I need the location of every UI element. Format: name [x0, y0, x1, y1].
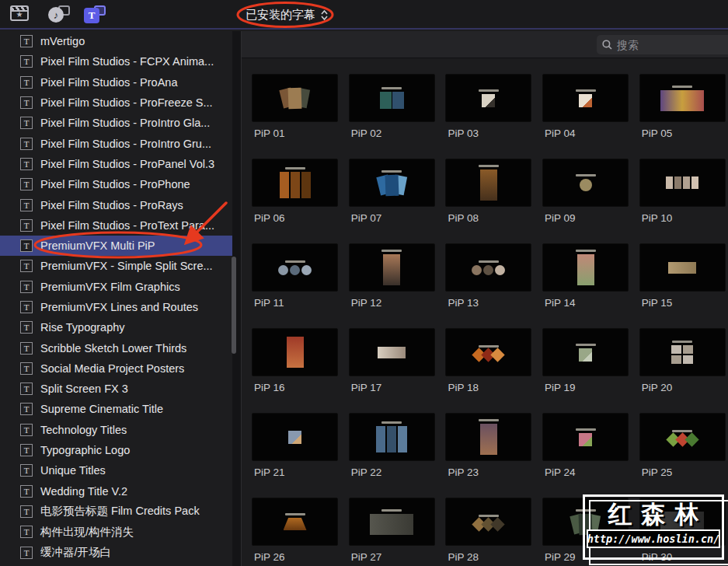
pip-label: PiP 19 — [542, 382, 629, 393]
sidebar-item-label: mVertigo — [40, 35, 85, 47]
sidebar-item[interactable]: T Pixel Film Studios - ProRays — [0, 194, 232, 215]
pip-thumbnail[interactable] — [445, 159, 531, 207]
pip-label: PiP 15 — [639, 297, 726, 309]
sidebar-item[interactable]: T Unique Titles — [0, 460, 232, 480]
installed-titles-dropdown[interactable]: 已安装的字幕 — [246, 5, 328, 25]
pip-label: PiP 01 — [252, 128, 338, 139]
sidebar-item[interactable]: T PremiumVFX Lines and Routes — [0, 297, 232, 317]
title-pack-icon: T — [20, 158, 33, 170]
sidebar-item[interactable]: T Pixel Film Studios - ProFreeze S... — [0, 93, 232, 113]
pip-thumbnail[interactable] — [639, 159, 726, 207]
pip-thumbnail[interactable] — [252, 498, 338, 546]
sidebar-item[interactable]: T Pixel Film Studios - FCPX Anima... — [0, 51, 232, 72]
sidebar-item[interactable]: T Social Media Project Posters — [0, 358, 232, 379]
sidebar-scrollbar[interactable] — [232, 257, 236, 354]
pip-thumbnail[interactable] — [542, 328, 629, 376]
pip-thumbnail[interactable] — [349, 328, 435, 376]
title-pack-icon: T — [20, 55, 33, 68]
sidebar-item[interactable]: T Typographic Logo — [0, 440, 232, 460]
pip-thumbnail[interactable] — [542, 498, 629, 546]
sidebar-item[interactable]: T Pixel Film Studios - ProIntro Gru... — [0, 133, 232, 153]
effects-browser-icon[interactable]: ★ — [10, 5, 29, 23]
sidebar-item[interactable]: T Rise Typography — [0, 317, 232, 337]
sidebar-item[interactable]: T Pixel Film Studios - ProIntro Gla... — [0, 113, 232, 133]
pip-tile: PiP 12 — [349, 243, 435, 309]
sidebar-item[interactable]: T mVertigo — [0, 31, 232, 51]
search-input[interactable] — [617, 39, 718, 51]
chevron-up-down-icon — [321, 10, 328, 20]
sidebar-item[interactable]: T PremiumVFX Film Graphics — [0, 277, 232, 297]
pip-thumbnail[interactable] — [252, 74, 338, 122]
title-pack-icon: T — [20, 178, 33, 190]
pip-thumbnail[interactable] — [639, 74, 726, 122]
title-pack-icon: T — [20, 464, 33, 477]
sidebar-item[interactable]: T 电影预告标题 Film Credits Pack — [0, 501, 232, 522]
pip-label: PiP 14 — [542, 297, 629, 309]
sidebar-item[interactable]: T PremiumVFX Multi PiP — [0, 236, 232, 256]
sidebar-item[interactable]: T Scribble Sketch Lower Thirds — [0, 337, 232, 358]
titles-generators-browser-icon[interactable]: T — [84, 5, 106, 24]
sidebar-item[interactable]: T Technology Titles — [0, 420, 232, 440]
pip-thumbnail[interactable] — [542, 243, 629, 292]
pip-label: PiP 05 — [639, 128, 726, 139]
pip-thumbnail[interactable] — [639, 243, 726, 292]
title-pack-icon: T — [20, 199, 33, 211]
pip-thumbnail[interactable] — [252, 413, 338, 461]
pip-label: PiP 03 — [445, 128, 531, 139]
sidebar-item[interactable]: T Pixel Film Studios - ProPhone — [0, 174, 232, 194]
pip-thumbnail[interactable] — [445, 243, 531, 292]
pip-tile: PiP 13 — [445, 243, 531, 309]
pip-thumbnail[interactable] — [349, 498, 435, 546]
pip-tile: PiP 10 — [639, 159, 726, 224]
sidebar-item[interactable]: T 缓冲器/开场白 — [0, 542, 232, 562]
search-field[interactable] — [597, 35, 728, 54]
titles-browser-window: ★ ♪ T 已安装的字幕 T mVertigo T Pixel Film Stu… — [0, 0, 728, 566]
pip-thumbnail[interactable] — [252, 159, 338, 207]
pip-thumbnail[interactable] — [252, 243, 338, 292]
pip-thumbnail[interactable] — [349, 243, 435, 292]
sidebar-item[interactable]: T Wedding Title V.2 — [0, 481, 232, 501]
sidebar-item-label: PremiumVFX Multi PiP — [40, 239, 155, 252]
sidebar-item-label: Pixel Film Studios - ProAna — [40, 76, 177, 89]
pip-thumbnail[interactable] — [639, 328, 726, 376]
music-note-icon: ♪ — [48, 7, 64, 23]
sidebar-item-label: Social Media Project Posters — [40, 362, 184, 375]
title-pack-icon: T — [20, 138, 33, 150]
title-pack-icon: T — [20, 526, 33, 538]
title-pack-icon: T — [20, 485, 33, 498]
pip-tile: PiP 14 — [542, 243, 629, 309]
sidebar-item-label: Pixel Film Studios - ProRays — [40, 199, 183, 211]
pip-thumbnail[interactable] — [252, 328, 338, 376]
pip-thumbnail[interactable] — [542, 159, 629, 207]
title-pack-icon: T — [20, 321, 33, 334]
pip-label: PiP 04 — [542, 128, 629, 139]
sidebar-item[interactable]: T 构件出现/构件消失 — [0, 522, 232, 542]
pip-thumbnail[interactable] — [349, 159, 435, 207]
browser-toolbar: ★ ♪ T 已安装的字幕 — [0, 0, 728, 30]
search-bar-row — [242, 31, 728, 58]
sidebar-item[interactable]: T Split Screen FX 3 — [0, 379, 232, 399]
sidebar-item[interactable]: T — [0, 563, 232, 566]
pip-thumbnail[interactable] — [445, 413, 531, 461]
pip-tile: PiP 01 — [252, 74, 338, 139]
pip-thumbnail[interactable] — [639, 413, 726, 461]
title-pack-icon: T — [20, 424, 33, 436]
sidebar-item-label: Wedding Title V.2 — [40, 485, 127, 498]
sidebar-item[interactable]: T Supreme Cinematic Title — [0, 399, 232, 419]
pip-thumbnail[interactable] — [445, 498, 531, 546]
pip-thumbnail[interactable] — [349, 74, 435, 122]
pip-thumbnail[interactable] — [639, 498, 726, 546]
pip-thumbnail[interactable] — [445, 74, 531, 122]
sidebar-item[interactable]: T PremiumVFX - Simple Split Scre... — [0, 256, 232, 276]
sidebar-item[interactable]: T Pixel Film Studios - ProText Para... — [0, 215, 232, 236]
title-pack-icon: T — [20, 301, 33, 313]
photos-audio-browser-icon[interactable]: ♪ — [48, 5, 70, 24]
pip-thumbnail[interactable] — [445, 328, 531, 376]
pip-thumbnail[interactable] — [542, 74, 629, 122]
sidebar-item[interactable]: T Pixel Film Studios - ProAna — [0, 72, 232, 93]
pip-thumbnail[interactable] — [349, 413, 435, 461]
pip-tile: PiP 08 — [445, 159, 531, 224]
sidebar-item[interactable]: T Pixel Film Studios - ProPanel Vol.3 — [0, 154, 232, 174]
pip-thumbnail[interactable] — [542, 413, 629, 461]
pip-tile: PiP 02 — [349, 74, 435, 139]
